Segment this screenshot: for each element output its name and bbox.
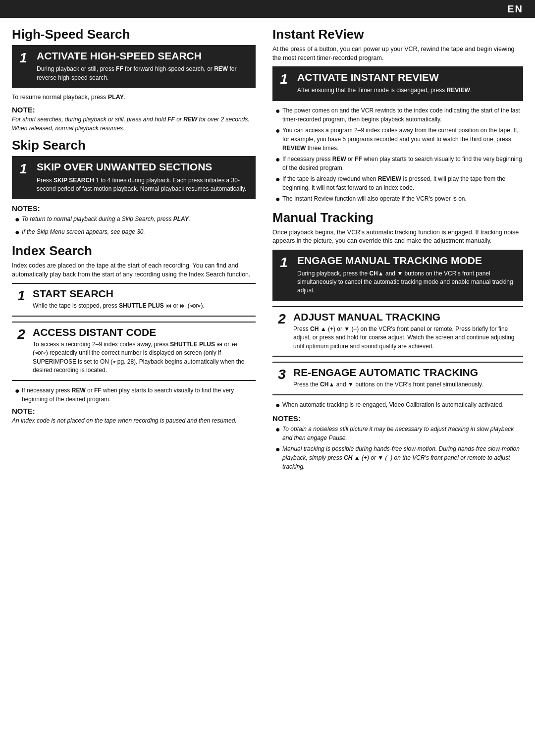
adjust-box-title: ADJUST MANUAL TRACKING: [293, 311, 519, 323]
ir-bullet-1: ● The power comes on and the VCR rewinds…: [275, 106, 523, 124]
adjust-bold2: ▼: [344, 325, 350, 332]
ir-text-1: The power comes on and the VCR rewinds t…: [282, 106, 523, 124]
top-bar: EN: [0, 0, 535, 18]
index-note-bullet: ● If necessary press REW or FF when play…: [15, 386, 256, 404]
note-bold1: FF: [167, 116, 175, 123]
activate-high-speed-desc-text1: During playback or still, press: [37, 65, 116, 72]
access-distant-box: 2 ACCESS DISTANT CODE To access a record…: [12, 322, 256, 381]
adjust-text1: Press: [293, 325, 310, 332]
skip-note-text-2: If the Skip Menu screen appears, see pag…: [22, 227, 256, 236]
activate-high-speed-desc: During playback or still, press FF for f…: [37, 65, 252, 82]
start-search-box: 1 START SEARCH While the tape is stopped…: [12, 283, 256, 317]
adjust-desc: Press CH ▲ (+) or ▼ (–) on the VCR's fro…: [293, 325, 519, 351]
reengage-text: When automatic tracking is re-engaged, V…: [282, 400, 523, 409]
start-search-content: START SEARCH While the tape is stopped, …: [31, 284, 256, 316]
bullet-dot-1: ●: [15, 214, 22, 225]
tracking-note-dot-2: ●: [275, 443, 282, 455]
engage-text1: During playback, press the: [297, 270, 369, 277]
reengage-text2: and: [334, 381, 348, 388]
skip-search-notes: NOTES: ● To return to normal playback du…: [12, 204, 256, 238]
reengage-text3: buttons on the VCR's front panel simulta…: [354, 381, 483, 388]
access-bold1: SHUTTLE PLUS: [170, 341, 215, 348]
engage-tracking-box: 1 ENGAGE MANUAL TRACKING MODE During pla…: [272, 250, 523, 301]
ir-text-2: You can access a program 2–9 index codes…: [282, 126, 523, 153]
index-bullet-text: If necessary press REW or FF when play s…: [22, 386, 256, 404]
reengage-desc: Press the CH▲ and ▼ buttons on the VCR's…: [293, 380, 519, 389]
ir-bullet-5: ● The Instant Review function will also …: [275, 194, 523, 205]
right-column: Instant ReView At the press of a button,…: [268, 27, 523, 476]
reengage-tracking-box: 3 RE-ENGAGE AUTOMATIC TRACKING Press the…: [272, 362, 523, 395]
engage-bold1: CH▲: [369, 270, 383, 277]
engage-box-title: ENGAGE MANUAL TRACKING MODE: [297, 255, 519, 267]
skip-notes-label: NOTES:: [12, 204, 256, 213]
start-desc-text1: While the tape is stopped, press: [33, 302, 119, 309]
adjust-bold1: CH ▲: [310, 325, 326, 332]
activate-instant-desc: After ensuring that the Timer mode is di…: [297, 86, 519, 95]
activate-high-speed-desc-text2: for forward high-speed search, or: [123, 65, 214, 72]
language-label: EN: [507, 3, 523, 15]
ir-bullet-4: ● If the tape is already rewound when RE…: [275, 174, 523, 192]
reengage-bold2: ▼: [348, 381, 354, 388]
instant-review-title: Instant ReView: [272, 27, 523, 42]
activate-instant-content: ACTIVATE INSTANT REVIEW After ensuring t…: [295, 67, 523, 100]
start-bold1: SHUTTLE PLUS: [119, 302, 164, 309]
engage-content: ENGAGE MANUAL TRACKING MODE During playb…: [295, 251, 523, 300]
access-desc-text1: To access a recording 2–9 index codes aw…: [33, 341, 170, 348]
skip-note-text-1: To return to normal playback during a Sk…: [22, 215, 256, 223]
index-note: NOTE: An index code is not placed on the…: [12, 407, 256, 425]
activate-high-speed-step-number: 1: [12, 46, 35, 87]
tracking-note-dot-1: ●: [275, 424, 282, 435]
ir-text-4: If the tape is already rewound when REVI…: [282, 174, 523, 192]
ir-dot-5: ●: [275, 193, 282, 205]
high-speed-search-title: High-Speed Search: [12, 27, 256, 42]
ir-dot-3: ●: [275, 154, 282, 165]
adjust-step-number: 2: [272, 307, 291, 356]
tracking-notes-list: ● To obtain a noiseless still picture it…: [275, 425, 523, 471]
start-search-desc: While the tape is stopped, press SHUTTLE…: [33, 302, 252, 310]
index-search-title: Index Search: [12, 243, 256, 259]
engage-text2: and: [384, 270, 397, 277]
access-distant-desc: To access a recording 2–9 index codes aw…: [33, 340, 252, 375]
reengage-dot: ●: [275, 399, 282, 411]
reengage-box-title: RE-ENGAGE AUTOMATIC TRACKING: [293, 367, 519, 378]
engage-desc: During playback, press the CH▲ and ▼ but…: [297, 270, 519, 295]
skip-search-step-number: 1: [12, 157, 35, 198]
activate-high-speed-ff: FF: [116, 65, 123, 72]
skip-bold1: SKIP SEARCH: [54, 177, 94, 184]
skip-search-content: SKIP OVER UNWANTED SECTIONS Press SKIP S…: [35, 157, 256, 198]
skip-search-box: 1 SKIP OVER UNWANTED SECTIONS Press SKIP…: [12, 156, 256, 199]
start-search-title: START SEARCH: [33, 288, 252, 300]
reengage-bullet-list: ● When automatic tracking is re-engaged,…: [275, 400, 523, 411]
engage-step-number: 1: [272, 251, 295, 300]
reengage-bold1: CH▲: [320, 381, 334, 388]
skip-search-title: Skip Search: [12, 138, 256, 153]
reengage-bullet-1: ● When automatic tracking is re-engaged,…: [275, 400, 523, 411]
reengage-content: RE-ENGAGE AUTOMATIC TRACKING Press the C…: [291, 363, 523, 394]
page: EN High-Speed Search 1 ACTIVATE HIGH-SPE…: [0, 0, 535, 756]
instant-review-section: Instant ReView At the press of a button,…: [272, 27, 523, 205]
tracking-note-text-1: To obtain a noiseless still picture it m…: [282, 425, 523, 442]
activate-high-speed-rew: REW: [214, 65, 228, 72]
tracking-notes: NOTES: ● To obtain a noiseless still pic…: [272, 414, 523, 471]
ir-bullet-2: ● You can access a program 2–9 index cod…: [275, 126, 523, 153]
resume-suffix: .: [124, 94, 125, 101]
tracking-notes-label: NOTES:: [272, 414, 523, 423]
skip-note-item-2: ● If the Skip Menu screen appears, see p…: [15, 227, 256, 238]
index-note-label: NOTE:: [12, 407, 256, 415]
high-speed-note-text: For short searches, during playback or s…: [12, 115, 256, 133]
ir-text-5: The Instant Review function will also op…: [282, 194, 523, 203]
skip-notes-list: ● To return to normal playback during a …: [15, 215, 256, 238]
high-speed-note-label: NOTE:: [12, 106, 256, 114]
tracking-note-2: ● Manual tracking is possible during han…: [275, 444, 523, 471]
instant-review-bullets: ● The power comes on and the VCR rewinds…: [275, 106, 523, 205]
resume-play: PLAY: [108, 94, 124, 101]
skip-search-desc: Press SKIP SEARCH 1 to 4 times during pl…: [37, 176, 252, 194]
activate-high-speed-box-title: ACTIVATE HIGH-SPEED SEARCH: [37, 50, 252, 62]
index-search-intro: Index codes are placed on the tape at th…: [12, 262, 256, 279]
ir-dot-2: ●: [275, 125, 282, 137]
bullet-dot-2: ●: [15, 226, 22, 238]
adjust-text2: (+) or: [326, 325, 344, 332]
tracking-note-text-2: Manual tracking is possible during hands…: [282, 444, 523, 471]
index-note-text: An index code is not placed on the tape …: [12, 416, 256, 425]
activate-instant-box: 1 ACTIVATE INSTANT REVIEW After ensuring…: [272, 66, 523, 101]
